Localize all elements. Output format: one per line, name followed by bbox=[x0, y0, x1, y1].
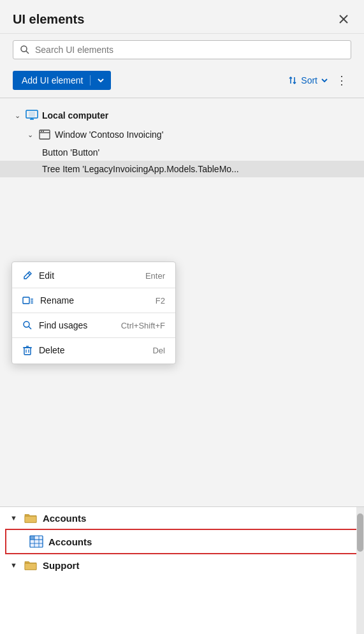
ctx-divider-3 bbox=[12, 337, 175, 338]
button-label: Button 'Button' bbox=[42, 147, 99, 158]
sort-chevron-icon bbox=[321, 77, 328, 84]
search-input-wrap[interactable] bbox=[13, 40, 351, 59]
accounts-label: Accounts bbox=[43, 513, 86, 524]
svg-rect-7 bbox=[29, 112, 35, 117]
tree-row-local-computer[interactable]: ⌄ Local computer bbox=[0, 106, 364, 125]
tree-row-window[interactable]: ⌄ Window 'Contoso Invoicing' bbox=[0, 125, 364, 144]
ctx-find-shortcut: Ctrl+Shift+F bbox=[121, 321, 165, 330]
ctx-delete-left: Delete bbox=[22, 345, 64, 355]
context-menu: Edit Enter Rename F2 Find usages Ctrl+Sh… bbox=[11, 262, 176, 364]
toolbar-right: Sort ⋮ bbox=[288, 71, 351, 90]
more-icon: ⋮ bbox=[336, 73, 347, 87]
bottom-tree-row-support[interactable]: ▼ Support bbox=[0, 554, 364, 576]
scrollbar-track bbox=[356, 507, 364, 634]
ctx-delete-shortcut: Del bbox=[152, 346, 165, 355]
add-button-dropdown-arrow[interactable] bbox=[91, 77, 111, 84]
context-menu-find-usages[interactable]: Find usages Ctrl+Shift+F bbox=[12, 314, 175, 336]
search-input[interactable] bbox=[35, 45, 344, 55]
ctx-delete-label: Delete bbox=[39, 345, 64, 355]
add-button-label: Add UI element bbox=[13, 75, 91, 85]
ctx-rename-label: Rename bbox=[40, 295, 74, 306]
ctx-edit-left: Edit bbox=[22, 270, 54, 281]
support-collapse-icon: ▼ bbox=[10, 561, 17, 569]
tree-item-label: Tree Item 'LegacyInvoicingApp.Models.Tab… bbox=[42, 164, 239, 174]
delete-icon bbox=[22, 345, 33, 355]
sort-button[interactable]: Sort bbox=[288, 75, 328, 85]
window-chevron-icon: ⌄ bbox=[25, 131, 34, 139]
rename-icon bbox=[22, 295, 34, 306]
folder-icon-support bbox=[24, 559, 38, 571]
svg-rect-15 bbox=[23, 297, 29, 304]
accounts-child-label: Accounts bbox=[48, 536, 92, 547]
ctx-divider-2 bbox=[12, 313, 175, 313]
chevron-expand-icon: ⌄ bbox=[13, 112, 22, 120]
scrollbar-thumb[interactable] bbox=[357, 513, 363, 552]
svg-line-14 bbox=[28, 273, 30, 275]
search-bar bbox=[0, 34, 364, 66]
svg-line-20 bbox=[29, 327, 31, 329]
ctx-edit-label: Edit bbox=[39, 270, 54, 281]
ctx-find-label: Find usages bbox=[39, 320, 87, 330]
tree-area: ⌄ Local computer ⌄ Window 'Contoso Invoi… bbox=[0, 98, 364, 177]
table-icon bbox=[29, 535, 43, 548]
svg-point-12 bbox=[41, 131, 42, 132]
accounts-collapse-icon: ▼ bbox=[10, 514, 17, 522]
svg-line-3 bbox=[26, 51, 29, 54]
context-menu-rename[interactable]: Rename F2 bbox=[12, 290, 175, 311]
svg-rect-31 bbox=[30, 536, 34, 540]
bottom-tree-row-accounts-child[interactable]: Accounts bbox=[5, 529, 359, 554]
ctx-rename-shortcut: F2 bbox=[156, 296, 165, 306]
context-menu-delete[interactable]: Delete Del bbox=[12, 339, 175, 361]
add-ui-element-button[interactable]: Add UI element bbox=[13, 71, 111, 90]
svg-point-2 bbox=[21, 46, 27, 52]
find-icon bbox=[22, 320, 33, 330]
ctx-edit-shortcut: Enter bbox=[145, 271, 165, 281]
tree-row-button[interactable]: Button 'Button' bbox=[0, 144, 364, 161]
tree-row-tree-item[interactable]: Tree Item 'LegacyInvoicingApp.Models.Tab… bbox=[0, 161, 364, 177]
more-options-button[interactable]: ⋮ bbox=[332, 71, 351, 90]
svg-point-19 bbox=[24, 321, 29, 327]
window-icon bbox=[38, 128, 51, 141]
support-label: Support bbox=[43, 560, 80, 571]
sort-label: Sort bbox=[301, 75, 317, 85]
close-button[interactable] bbox=[336, 11, 351, 27]
bottom-tree-row-accounts[interactable]: ▼ Accounts bbox=[0, 507, 364, 529]
svg-rect-21 bbox=[24, 348, 31, 355]
edit-icon bbox=[22, 270, 33, 281]
computer-icon bbox=[25, 109, 38, 122]
chevron-down-icon bbox=[97, 77, 105, 84]
ctx-divider-1 bbox=[12, 288, 175, 288]
folder-icon-accounts bbox=[24, 512, 38, 524]
local-computer-label: Local computer bbox=[42, 110, 108, 121]
search-icon bbox=[20, 45, 30, 55]
toolbar: Add UI element Sort ⋮ bbox=[0, 66, 364, 98]
close-icon bbox=[339, 14, 349, 24]
sort-icon bbox=[288, 75, 298, 85]
svg-point-13 bbox=[43, 131, 44, 132]
panel-title: UI elements bbox=[13, 12, 84, 27]
panel-header: UI elements bbox=[0, 0, 364, 34]
ctx-rename-left: Rename bbox=[22, 295, 74, 306]
bottom-section: ▼ Accounts Accounts ▼ bbox=[0, 506, 364, 634]
ctx-find-left: Find usages bbox=[22, 320, 87, 330]
context-menu-edit[interactable]: Edit Enter bbox=[12, 265, 175, 286]
bottom-tree: ▼ Accounts Accounts ▼ bbox=[0, 507, 364, 634]
window-label: Window 'Contoso Invoicing' bbox=[55, 129, 163, 140]
